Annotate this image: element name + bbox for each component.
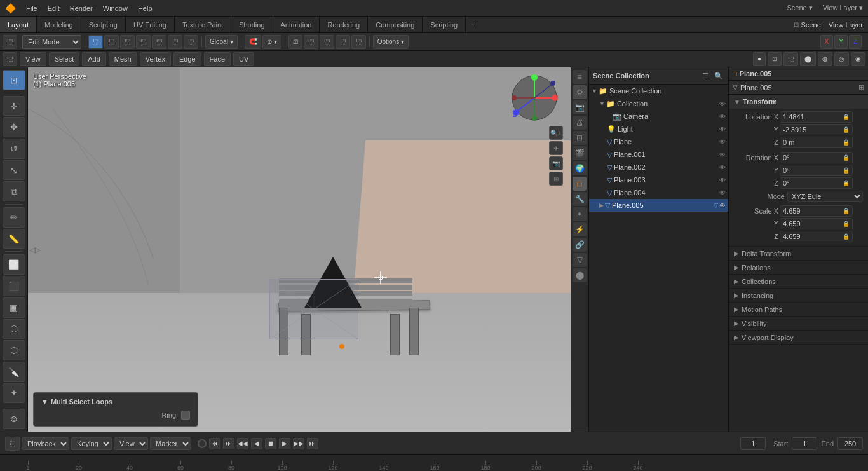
end-frame-input[interactable] [837,437,863,450]
viewport-resize-handle[interactable]: ◁▷ [29,245,41,254]
camera-btn[interactable]: 📷 [549,156,563,170]
tree-camera[interactable]: ▶ 📷 Camera 👁 [589,110,728,123]
next-keyframe-btn[interactable]: ▶▶ [293,438,304,449]
tab-layout[interactable]: Layout [0,17,37,32]
filter-icon[interactable]: ☰ [700,70,711,81]
material-icon[interactable]: ⬤ [573,268,587,282]
viewport-display-section[interactable]: ▶ Viewport Display [729,331,868,345]
tab-uv-editing[interactable]: UV Editing [126,17,175,32]
tab-rendering[interactable]: Rendering [320,17,368,32]
scene-icon-r[interactable]: 🎬 [573,146,587,160]
instancing-section[interactable]: ▶ Instancing [729,289,868,303]
tab-scripting[interactable]: Scripting [423,17,466,32]
measure-tool[interactable]: 📏 [3,229,25,249]
toolbar-btn-5[interactable]: ⬚ [152,35,166,49]
viewport-icon-small[interactable]: ⬚ [3,52,17,66]
constraints-icon[interactable]: 🔗 [573,238,587,252]
relations-section[interactable]: ▶ Relations [729,261,868,275]
tree-plane[interactable]: ▽ Plane 👁 [589,135,728,148]
tab-animation[interactable]: Animation [273,17,320,32]
delta-transform-section[interactable]: ▶ Delta Transform [729,247,868,261]
select-box-btn[interactable]: ⬚ [88,35,103,49]
location-z-input[interactable]: 0 m 🔒 [780,137,853,148]
uv-menu[interactable]: UV [233,52,254,66]
toolbar-btn-7[interactable]: ⬚ [184,35,198,49]
panel-collapse-arrow[interactable]: ▼ [41,398,48,406]
tab-modeling[interactable]: Modeling [37,17,81,32]
shading-btn-2[interactable]: ⬚ [320,35,334,49]
prev-frame-btn[interactable]: ◀◀ [237,438,248,449]
plane001-eye[interactable]: 👁 [719,151,726,158]
plane-eye[interactable]: 👁 [719,139,726,146]
view-dropdown[interactable]: View [114,437,148,450]
menu-help[interactable]: Help [133,0,158,16]
view-layer-selector[interactable]: View Layer ▾ [818,0,868,16]
scale-z-input[interactable]: 4.659 🔒 [780,231,853,242]
menu-edit[interactable]: Edit [43,0,65,16]
output-icon[interactable]: 🖨 [573,116,587,130]
tree-light[interactable]: 💡 Light 👁 [589,123,728,135]
zoom-in-btn[interactable]: 🔍+ [549,126,563,140]
options-btn[interactable]: Options ▾ [373,35,409,49]
face-menu[interactable]: Face [204,52,231,66]
rotation-mode-select[interactable]: XYZ Eule [787,191,863,202]
loop-cut-tool[interactable]: ⬡ [3,340,25,360]
tree-plane004[interactable]: ▽ Plane.004 👁 [589,186,728,199]
cursor-tool[interactable]: ✛ [3,96,25,116]
view-menu[interactable]: View [20,52,46,66]
tab-shading[interactable]: Shading [231,17,273,32]
inset-tool[interactable]: ▣ [3,297,25,318]
plane004-eye[interactable]: 👁 [719,189,726,196]
jump-back-btn[interactable]: ⏭ [223,438,234,449]
scene-selector[interactable]: Scene ▾ [782,0,817,16]
xyz-y-btn[interactable]: Y [834,35,848,49]
start-frame-input[interactable] [792,437,817,450]
rotation-z-input[interactable]: 0° 🔒 [780,177,853,189]
viewport-3d[interactable]: User Perspective (1) Plane.005 ◁▷ [28,67,571,432]
smooth-tool[interactable]: ⊚ [3,409,25,429]
stop-btn[interactable]: ⏹ [265,438,276,449]
marker-dropdown[interactable]: Marker [150,437,191,450]
toolbar-btn-2[interactable]: ⬚ [104,35,119,49]
overlay-btn[interactable]: ⊡ [288,35,302,49]
polypen-tool[interactable]: ✦ [3,383,25,404]
view-layer-icon[interactable]: ⊡ [573,131,587,145]
prev-keyframe-btn[interactable]: ◀ [251,438,262,449]
tree-plane001[interactable]: ▽ Plane.001 👁 [589,148,728,161]
tab-compositing[interactable]: Compositing [368,17,423,32]
plane002-eye[interactable]: 👁 [719,164,726,171]
current-frame-input[interactable] [740,437,766,450]
orientation-dropdown[interactable]: Global ▾ [205,35,238,49]
tree-scene-collection[interactable]: ▼ 📁 Scene Collection [589,85,728,97]
modifier-icon[interactable]: 🔧 [573,192,587,206]
plane005-eye[interactable]: 👁 [719,202,726,209]
scale-y-input[interactable]: 4.659 🔒 [780,218,853,229]
xray-toggle[interactable]: ⬚ [783,52,798,66]
motion-paths-section[interactable]: ▶ Motion Paths [729,303,868,317]
outliner-icon[interactable]: ≡ [573,70,587,84]
transform-section-header[interactable]: ▼ Transform [729,95,868,109]
ring-checkbox[interactable] [181,411,190,420]
visibility-section[interactable]: ▶ Visibility [729,317,868,331]
transform-tool[interactable]: ⧉ [3,181,25,201]
keying-dropdown[interactable]: Keying [71,437,112,450]
shading-btn-4[interactable]: ⬚ [351,35,366,49]
tree-plane003[interactable]: ▽ Plane.003 👁 [589,174,728,186]
properties-icon[interactable]: ⚙ [573,85,587,99]
tree-plane005[interactable]: ▶ ▽ Plane.005 ▽ 👁 [589,199,728,212]
mode-dropdown[interactable]: Edit Mode Object Mode [22,35,81,49]
scale-x-input[interactable]: 4.659 🔒 [780,205,853,217]
tab-sculpting[interactable]: Sculpting [81,17,126,32]
mesh-menu[interactable]: Mesh [109,52,137,66]
rotation-y-input[interactable]: 0° 🔒 [780,165,853,176]
timeline-ruler[interactable]: 1 20 40 60 80 100 120 140 160 180 200 22… [0,454,868,471]
physics-icon[interactable]: ⚡ [573,222,587,236]
shading-btn-1[interactable]: ⬚ [304,35,318,49]
light-eye[interactable]: 👁 [719,126,726,133]
bevel-tool[interactable]: ⬡ [3,319,25,339]
rotate-tool[interactable]: ↺ [3,139,25,159]
xyz-z-btn[interactable]: Z [849,35,862,49]
toolbar-btn-3[interactable]: ⬚ [120,35,135,49]
shading-mode-4[interactable]: ◉ [851,52,865,66]
ruler-track[interactable]: 1 20 40 60 80 100 120 140 160 180 200 22… [0,455,868,471]
